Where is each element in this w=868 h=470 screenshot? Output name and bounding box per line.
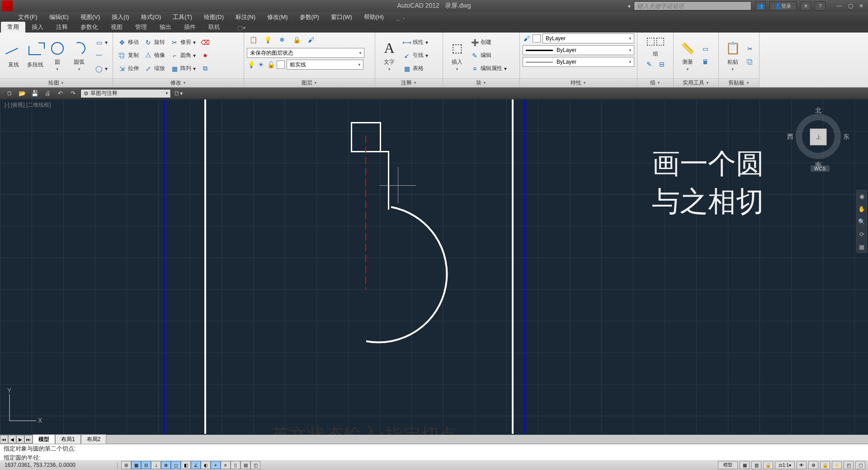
tool-fillet[interactable]: ⌐圆角 ▾ [168,49,198,62]
tool-mirror[interactable]: ⧊镜像 [142,49,167,62]
tool-measure[interactable]: 📏测量▼ [676,34,699,77]
menu-draw[interactable]: 绘图(D) [199,12,228,22]
sb-cleanscreen[interactable]: ▢ [855,461,865,469]
tab-online[interactable]: 联机 [202,22,226,33]
tool-erase[interactable]: ⌫ [199,36,212,49]
tool-scale[interactable]: ⤢缩放 [142,62,167,75]
menu-window[interactable]: 窗口(W) [326,12,357,22]
tool-spline[interactable]: 〰 [93,49,110,62]
help-button[interactable]: ? [815,1,826,10]
tool-polyline[interactable]: 多段线 [24,34,46,77]
menu-file[interactable]: 文件(F) [14,12,42,22]
sb-osnap[interactable]: ◻ [171,461,181,469]
tab-first[interactable]: ⏮ [0,435,8,443]
panel-annotate-title[interactable]: 注释 [375,78,443,87]
panel-clip-title[interactable]: 剪贴板 [719,78,759,87]
command-window[interactable]: 指定对象与圆的第二个切点: 指定圆的半径: [0,444,868,460]
group-edit[interactable]: ✎ [643,58,656,70]
lineweight-combo[interactable]: ByLayer [523,45,634,55]
panel-insert-title[interactable]: 块 [443,78,519,87]
menu-help[interactable]: 帮助(H) [359,12,388,22]
sb-otrack[interactable]: ∠ [191,461,201,469]
minimize-button[interactable]: — [835,2,844,10]
tab-parametric[interactable]: 参数化 [74,22,104,33]
tool-select[interactable]: ▭ [699,42,712,55]
tool-circle[interactable]: 圆▼ [47,34,68,77]
coordinate-display[interactable]: 1637.0361, 753.7236, 0.0000 [0,462,118,468]
match-props-icon[interactable]: 🖌 [523,34,531,42]
tab-addins[interactable]: 插件 [178,22,202,33]
tool-arc[interactable]: 圆弧▼ [68,34,90,77]
layer-current-combo[interactable]: 粗实线 [287,60,363,70]
tool-line[interactable]: 直线 [3,34,24,77]
layout-tab-1[interactable]: 布局1 [55,434,81,444]
tool-paste[interactable]: 📋粘贴▼ [722,34,744,77]
tab-home[interactable]: 常用 [1,22,25,33]
tool-table[interactable]: ▦表格 [401,62,430,75]
sb-annoscale[interactable]: ⚖ 1:1▾ [775,461,795,469]
tool-text[interactable]: A文字▼ [378,34,401,77]
tool-move[interactable]: ✥移动 [116,36,141,49]
sb-sc[interactable]: ◫ [250,461,260,469]
tab-next[interactable]: ▶ [16,435,24,443]
nav-pan[interactable]: ✋ [858,205,866,213]
menu-tools[interactable]: 工具(T) [168,12,197,22]
tool-dim-linear[interactable]: ⟷线性 ▾ [401,36,430,49]
sb-tpy[interactable]: ▯ [231,461,241,469]
menu-dim[interactable]: 标注(N) [231,12,260,22]
tool-trim[interactable]: ✂修剪 ▾ [168,36,198,49]
infocenter-button[interactable]: 👥 [755,1,766,10]
qat-new2[interactable]: 🗋▾ [174,89,184,98]
tab-last[interactable]: ⏭ [24,435,33,443]
sb-quicklayout[interactable]: ▥ [751,461,761,469]
panel-draw-title[interactable]: 绘图 [0,78,113,87]
tool-ellipse[interactable]: ◯▾ [93,62,110,75]
layout-tab-2[interactable]: 布局2 [81,434,107,444]
panel-modify-title[interactable]: 修改 [113,78,244,87]
tab-insert[interactable]: 插入 [25,22,50,33]
tool-leader[interactable]: ↙引线 ▾ [401,49,430,62]
qat-redo[interactable]: ↷ [68,89,78,98]
viewcube-north[interactable]: 北 [815,107,821,115]
menu-edit[interactable]: 编辑(E) [45,12,73,22]
tab-annotate[interactable]: 注释 [50,22,74,33]
tool-rotate[interactable]: ↻旋转 [142,36,167,49]
layout-tab-model[interactable]: 模型 [33,434,55,444]
color-combo[interactable]: ByLayer [542,33,634,43]
search-input[interactable] [634,1,751,10]
sb-annovisibility[interactable]: 👁 [797,461,807,469]
tool-copy[interactable]: ⿻复制 [116,49,141,62]
sb-workspace[interactable]: ⚙ [808,461,818,469]
qat-open[interactable]: 📂 [17,89,27,98]
sb-quickview[interactable]: ▦ [740,461,750,469]
sb-lwt[interactable]: ≡ [221,461,231,469]
sb-qp[interactable]: ▤ [241,461,250,469]
viewcube-west[interactable]: 西 [787,133,793,141]
qat-undo[interactable]: ↶ [55,89,65,98]
viewcube-east[interactable]: 东 [843,133,849,141]
tool-array[interactable]: ▦阵列 ▾ [168,62,198,75]
sb-ortho[interactable]: ⊥ [151,461,161,469]
menu-insert[interactable]: 插入(I) [107,12,133,22]
tool-explode[interactable]: ✷ [199,49,212,62]
close-button[interactable]: ✕ [856,2,866,10]
nav-wheel[interactable]: ◉ [858,192,866,200]
sb-grid[interactable]: ⊟ [141,461,151,469]
drawing-viewport[interactable]: /*grid drawn via JS below*/ [-] [俯视] [二维… [0,99,868,434]
tab-view[interactable]: 视图 [104,22,129,33]
panel-util-title[interactable]: 实用工具 [674,78,718,87]
sb-snap[interactable]: ▦ [131,461,141,469]
tool-insert-block[interactable]: ⬚插入▼ [446,34,468,77]
tool-rectangle[interactable]: ▭▾ [93,36,110,49]
tool-cut[interactable]: ✂ [744,42,756,55]
viewport-label[interactable]: [-] [俯视] [二维线框] [5,101,51,109]
sb-modelspace[interactable]: 模型 [718,461,738,469]
menu-extra-dropdown[interactable]: ⎯ ▾ [396,14,406,21]
tab-manage[interactable]: 管理 [129,22,153,33]
tab-output[interactable]: 输出 [153,22,178,33]
wcs-badge[interactable]: WCS [811,165,830,172]
layer-freeze[interactable]: ❄ [276,33,288,46]
panel-props-title[interactable]: 特性 [520,78,637,87]
layer-props[interactable]: 📋 [247,33,259,46]
layer-off[interactable]: 💡 [261,33,274,46]
